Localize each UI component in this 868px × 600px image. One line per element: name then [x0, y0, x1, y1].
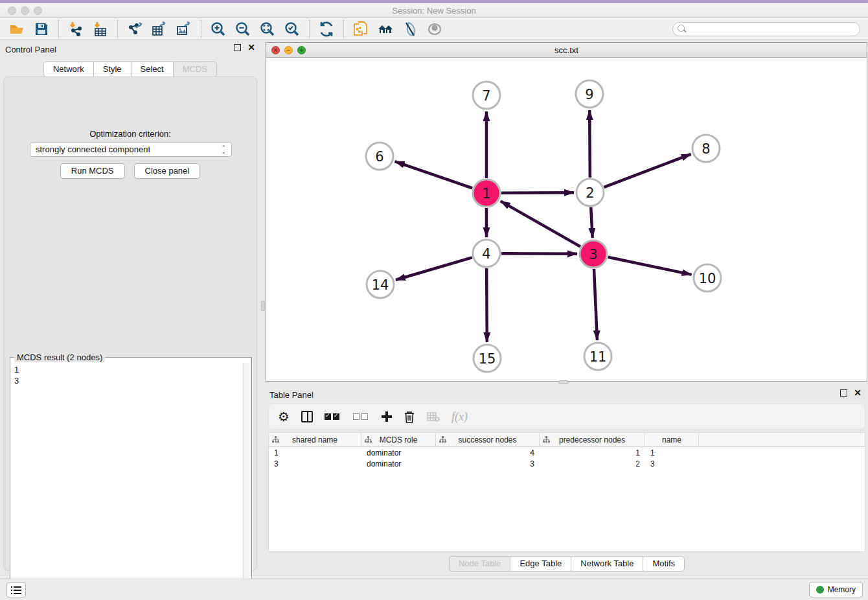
open-session-icon[interactable] [9, 21, 25, 37]
edge-3-10[interactable] [608, 257, 692, 275]
zoom-in-icon[interactable] [211, 21, 226, 37]
eye-disabled-icon [427, 21, 442, 37]
import-network-icon[interactable] [68, 21, 84, 37]
edge-4-14[interactable] [396, 257, 472, 280]
tab-motifs[interactable]: Motifs [643, 556, 685, 571]
edge-4-3[interactable] [501, 253, 577, 254]
edge-4-15[interactable] [486, 268, 487, 342]
edge-2-9[interactable] [589, 110, 590, 178]
table-header-row: shared nameMCDS rolesuccessor nodesprede… [269, 433, 865, 447]
home-layout-icon[interactable] [378, 21, 393, 37]
node-label-14: 14 [372, 277, 389, 293]
cell-successor-nodes[interactable]: 3 [436, 458, 540, 469]
columns-icon[interactable] [301, 411, 313, 422]
mcds-result-title: MCDS result (2 nodes) [14, 352, 105, 362]
criterion-select[interactable]: strongly connected component ⌃⌄ [30, 142, 232, 157]
cell-MCDS-role[interactable]: dominator [361, 458, 436, 469]
save-session-icon[interactable] [34, 21, 49, 37]
chevron-up-down-icon: ⌃⌄ [221, 146, 226, 154]
tab-network-table[interactable]: Network Table [571, 556, 643, 571]
column-header-predecessor-nodes[interactable]: predecessor nodes [540, 433, 645, 446]
splitter-grip[interactable] [261, 301, 265, 311]
network-graph[interactable]: 7968124314101511 [266, 58, 867, 381]
status-bar: Memory [0, 579, 868, 600]
column-header-shared-name[interactable]: shared name [269, 433, 361, 446]
cell-predecessor-nodes[interactable]: 2 [540, 458, 645, 469]
main-toolbar [0, 18, 868, 40]
deselect-all-checkboxes-icon[interactable] [353, 413, 370, 420]
node-label-8: 8 [702, 141, 710, 157]
refresh-view-icon[interactable] [319, 21, 334, 37]
cell-shared-name[interactable]: 3 [269, 458, 361, 469]
panel-splitter[interactable] [260, 40, 266, 579]
cell-MCDS-role[interactable]: dominator [361, 447, 436, 458]
cell-predecessor-nodes[interactable]: 1 [540, 447, 645, 458]
result-line: 1 [14, 364, 240, 375]
mcds-result-text[interactable]: 13 [12, 363, 242, 600]
node-label-9: 9 [585, 87, 593, 102]
splitter-grip[interactable] [558, 380, 569, 384]
edge-1-2[interactable] [501, 192, 574, 193]
export-network-icon[interactable] [127, 21, 143, 37]
tab-select[interactable]: Select [131, 62, 173, 77]
column-label: MCDS role [380, 435, 418, 444]
float-panel-icon[interactable] [840, 389, 847, 397]
control-panel-title: Control Panel [5, 45, 56, 54]
column-label: name [662, 435, 681, 444]
column-label: predecessor nodes [559, 435, 625, 444]
column-header-name[interactable]: name [645, 433, 699, 446]
tab-node-table[interactable]: Node Table [449, 556, 510, 571]
node-label-15: 15 [479, 351, 496, 367]
edge-2-8[interactable] [604, 154, 691, 187]
show-hide-graphic-details-icon[interactable] [402, 21, 418, 37]
close-icon[interactable]: ✕ [854, 389, 862, 397]
cell-shared-name[interactable]: 1 [269, 447, 361, 458]
node-table: shared nameMCDS rolesuccessor nodesprede… [268, 432, 865, 552]
tab-network[interactable]: Network [43, 62, 93, 77]
node-label-6: 6 [375, 149, 383, 165]
node-label-2: 2 [586, 185, 594, 201]
delete-icon[interactable] [404, 410, 415, 423]
column-header-successor-nodes[interactable]: successor nodes [436, 433, 540, 446]
clone-network-icon[interactable] [353, 21, 369, 37]
table-toolbar: ⚙ f(x) [268, 404, 865, 430]
network-view-window: × − + scc.txt 7968124314101511 [266, 42, 867, 382]
export-table-icon[interactable] [152, 21, 167, 37]
edge-2-3[interactable] [591, 207, 592, 238]
run-mcds-button[interactable]: Run MCDS [60, 163, 125, 179]
hierarchy-icon [365, 436, 372, 443]
task-history-button[interactable] [6, 583, 26, 597]
column-label: successor nodes [458, 435, 516, 444]
table-row[interactable]: 1dominator411 [269, 447, 865, 458]
cell-name[interactable]: 3 [645, 458, 699, 469]
zoom-fit-icon[interactable] [260, 21, 275, 37]
edge-3-11[interactable] [594, 269, 597, 340]
import-table-icon[interactable] [93, 21, 108, 37]
edge-1-6[interactable] [395, 161, 473, 188]
zoom-selected-icon[interactable] [284, 21, 300, 37]
column-label: shared name [292, 435, 337, 444]
column-header-MCDS-role[interactable]: MCDS role [361, 433, 436, 446]
close-panel-button[interactable]: Close panel [134, 163, 201, 179]
edge-3-1[interactable] [501, 201, 580, 246]
export-image-icon[interactable] [176, 21, 192, 37]
mcds-panel: Optimization criterion: strongly connect… [3, 76, 257, 571]
close-icon[interactable]: ✕ [247, 44, 255, 51]
table-row[interactable]: 3dominator323 [269, 458, 865, 469]
result-scrollbar[interactable] [243, 363, 250, 600]
select-all-checkboxes-icon[interactable] [325, 413, 341, 420]
cell-successor-nodes[interactable]: 4 [436, 447, 540, 458]
network-canvas[interactable]: 7968124314101511 [266, 58, 867, 381]
memory-button[interactable]: Memory [809, 582, 863, 597]
tab-style[interactable]: Style [93, 62, 131, 77]
gear-icon[interactable]: ⚙ [278, 409, 290, 424]
hierarchy-icon [543, 436, 550, 443]
zoom-out-icon[interactable] [235, 21, 251, 37]
add-icon[interactable] [382, 411, 392, 422]
search-input[interactable] [672, 22, 860, 36]
cell-name[interactable]: 1 [645, 447, 699, 458]
float-panel-icon[interactable] [234, 44, 241, 51]
tab-edge-table[interactable]: Edge Table [510, 556, 571, 571]
tab-mcds[interactable]: MCDS [173, 62, 217, 77]
node-label-7: 7 [482, 88, 490, 104]
